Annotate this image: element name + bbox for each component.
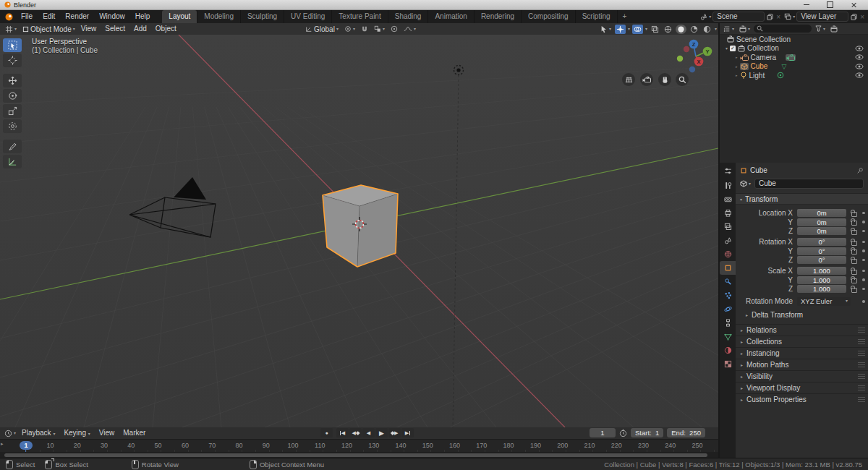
lock-icon[interactable] — [851, 249, 857, 255]
lock-icon[interactable] — [851, 241, 857, 246]
expand-arrow-icon[interactable]: ▸ — [736, 73, 738, 77]
id-type-button[interactable]: ▾ — [739, 179, 752, 188]
menu-file[interactable]: File — [16, 10, 38, 23]
workspace-tab-rendering[interactable]: Rendering — [474, 10, 521, 23]
panel-grip[interactable] — [858, 351, 865, 356]
viewport-canvas[interactable]: Z Y X — [0, 35, 718, 427]
shading-solid-button[interactable] — [676, 25, 686, 34]
unlink-scene-button[interactable]: × — [775, 13, 781, 21]
panel-motion-paths[interactable]: ▸Motion Paths — [736, 359, 868, 370]
outliner-editor-type-button[interactable]: ▾ — [722, 25, 736, 33]
axis-neg-y-ball[interactable] — [677, 56, 683, 61]
overlays-dropdown[interactable]: ▾ — [645, 27, 647, 31]
panel-grip[interactable] — [858, 397, 865, 402]
tool-annotate[interactable] — [3, 140, 22, 153]
tool-transform[interactable] — [3, 119, 22, 133]
shading-dropdown[interactable]: ▾ — [715, 27, 717, 31]
animate-dot[interactable] — [862, 270, 865, 273]
tool-cursor[interactable] — [3, 54, 22, 67]
panel-grip[interactable] — [858, 339, 865, 344]
current-frame-indicator[interactable]: 1 — [20, 441, 33, 450]
play-reverse-button[interactable]: ◀ — [362, 428, 375, 437]
workspace-tab-shading[interactable]: Shading — [388, 10, 428, 23]
tab-physics[interactable] — [720, 302, 736, 316]
properties-editor-type-button[interactable] — [720, 163, 736, 179]
animate-dot[interactable] — [862, 241, 865, 244]
tab-texture[interactable] — [720, 357, 736, 371]
scene-name-field[interactable]: Scene — [712, 12, 765, 22]
prev-keyframe-button[interactable]: ◀ — [349, 428, 362, 437]
panel-grip[interactable] — [858, 328, 865, 333]
tab-constraints[interactable] — [720, 316, 736, 330]
pan-view-button[interactable] — [658, 73, 671, 86]
location-x-field[interactable]: 0m — [797, 209, 846, 217]
outliner-filter-button[interactable]: ▾ — [814, 25, 827, 33]
tool-rotate[interactable] — [3, 89, 22, 103]
menu-help[interactable]: Help — [130, 10, 156, 23]
rotation-x-field[interactable]: 0° — [797, 238, 846, 246]
tab-render[interactable] — [720, 192, 736, 206]
menu-render[interactable]: Render — [60, 10, 94, 23]
object-type-visibility-dropdown[interactable]: ▾ — [599, 25, 613, 34]
axis-neg-x-ball[interactable] — [684, 46, 689, 52]
eye-icon[interactable] — [855, 46, 864, 51]
animate-dot[interactable] — [862, 288, 865, 291]
outliner-row-light[interactable]: ▸ Light — [720, 71, 868, 80]
maximize-button[interactable] — [827, 1, 833, 8]
add-workspace-button[interactable]: + — [617, 10, 632, 23]
eye-icon[interactable] — [855, 72, 864, 78]
workspace-tab-sculpting[interactable]: Sculpting — [240, 10, 284, 23]
timeline-editor-type-button[interactable]: ▾ — [3, 429, 17, 438]
rotation-y-field[interactable]: 0° — [797, 247, 846, 255]
animate-dot[interactable] — [862, 221, 865, 223]
new-scene-button[interactable] — [766, 14, 774, 20]
panel-custom-properties[interactable]: ▸Custom Properties — [736, 393, 868, 405]
tool-move[interactable] — [3, 74, 22, 87]
menu-view[interactable]: View — [77, 23, 101, 35]
shading-rendered-button[interactable] — [702, 25, 712, 34]
tool-scale[interactable] — [3, 104, 22, 118]
remove-view-layer-button[interactable]: × — [859, 13, 865, 21]
lock-icon[interactable] — [851, 221, 857, 226]
lock-icon[interactable] — [851, 270, 857, 275]
camera-view-button[interactable] — [640, 73, 653, 86]
xray-toggle[interactable] — [650, 25, 660, 34]
panel-relations[interactable]: ▸Relations — [736, 324, 868, 336]
scale-x-field[interactable]: 1.000 — [797, 267, 846, 275]
workspace-tab-uv-editing[interactable]: UV Editing — [284, 10, 331, 23]
panel-viewport-display[interactable]: ▸Viewport Display — [736, 382, 868, 393]
menu-edit[interactable]: Edit — [38, 10, 60, 23]
new-collection-button[interactable] — [829, 25, 839, 33]
lock-icon[interactable] — [851, 288, 857, 293]
tab-output[interactable] — [720, 206, 736, 220]
snap-settings-dropdown[interactable]: ▾ — [373, 25, 386, 33]
mode-dropdown[interactable]: Object Mode ▾ — [21, 25, 77, 34]
minimize-button[interactable] — [804, 4, 809, 6]
outliner-row-camera[interactable]: ▸ Camera — [720, 53, 868, 62]
timeline-ruler[interactable]: 1 10203040506070809010011012013014015016… — [0, 439, 718, 453]
animate-dot[interactable] — [862, 278, 865, 281]
play-button[interactable]: ▶ — [375, 428, 388, 437]
panel-instancing[interactable]: ▸Instancing — [736, 347, 868, 359]
transform-panel-header[interactable]: ▾ Transform — [736, 193, 868, 205]
toggle-projection-button[interactable] — [622, 73, 635, 86]
scale-y-field[interactable]: 1.000 — [797, 276, 846, 284]
animate-dot[interactable] — [862, 300, 865, 303]
rotation-z-field[interactable]: 0° — [797, 256, 846, 264]
pivot-point-dropdown[interactable]: ▾ — [343, 25, 357, 33]
shading-wireframe-button[interactable] — [663, 25, 673, 34]
current-frame-field[interactable]: 1 — [590, 428, 616, 437]
menu-object[interactable]: Object — [151, 23, 181, 35]
timeline-scrollbar-thumb[interactable] — [4, 453, 707, 457]
tab-scene[interactable] — [720, 234, 736, 247]
transform-orientation-dropdown[interactable]: Global ▾ — [304, 25, 340, 34]
outliner-search-input[interactable] — [754, 25, 812, 33]
gizmos-toggle[interactable] — [615, 25, 626, 34]
menu-view[interactable]: View — [95, 427, 119, 439]
blender-menu-icon[interactable] — [0, 13, 16, 21]
eye-icon[interactable] — [855, 54, 864, 60]
lock-icon[interactable] — [851, 259, 857, 264]
proportional-editing-toggle[interactable] — [389, 25, 399, 33]
lock-icon[interactable] — [851, 230, 857, 235]
snap-toggle[interactable] — [359, 25, 370, 33]
